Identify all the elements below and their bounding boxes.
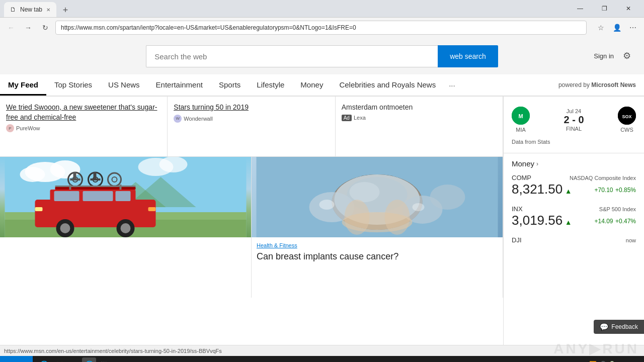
taskbar-icon-security[interactable]: 🛡 [97, 357, 111, 362]
bookmark-icon[interactable]: ☆ [594, 21, 608, 35]
taskbar-icon-ie[interactable]: 🌐 [37, 357, 51, 362]
bottom-cards-row: Health & Fitness Can breast implants cau… [0, 157, 503, 298]
money-header[interactable]: Money › [512, 159, 636, 168]
feed-content: We tried Swooon, a new sweetener that's … [0, 97, 503, 345]
data-source: Data from Stats [512, 137, 636, 147]
tab-usnews[interactable]: US News [100, 75, 148, 96]
top-card-title-2[interactable]: Amsterdam ontmoeten [342, 103, 497, 113]
inx-price: 3,019.56 [512, 213, 562, 228]
svg-rect-25 [73, 172, 76, 180]
stock-inx-price-row: 3,019.56 ▲ +14.09 +0.47% [512, 213, 636, 228]
top-card-title-0[interactable]: We tried Swooon, a new sweetener that's … [6, 103, 161, 122]
dji-status: now [626, 237, 636, 243]
tab-myfeed[interactable]: My Feed [0, 75, 46, 96]
settings-button[interactable]: ⚙ [620, 49, 634, 63]
sign-in-button[interactable]: Sign in [594, 52, 614, 60]
tab-money[interactable]: Money [292, 75, 331, 96]
top-card-2: Amsterdam ontmoeten Ad Lexa [336, 97, 503, 156]
tab-entertainment[interactable]: Entertainment [148, 75, 211, 96]
header-actions: Sign in ⚙ [594, 49, 634, 63]
taskbar-icon-explorer[interactable]: 📁 [52, 357, 66, 362]
nav-tabs: My Feed Top Stories US News Entertainmen… [0, 74, 644, 97]
new-tab-button[interactable]: + [58, 3, 72, 17]
inx-change-group: +14.09 +0.47% [594, 216, 636, 225]
forward-button[interactable]: → [21, 21, 35, 35]
tab-top[interactable]: Top Stories [46, 75, 100, 96]
tab-label: New tab [20, 6, 42, 13]
status-url: https://www.msn.com/en-us/entertainment/… [4, 348, 640, 354]
sports-widget: M MIA Jul 24 2 - 0 FINAL [504, 97, 644, 153]
implant-category[interactable]: Health & Fitness [257, 242, 498, 248]
close-button[interactable]: ✕ [617, 0, 640, 17]
svg-point-16 [60, 223, 70, 233]
svg-rect-32 [55, 186, 136, 187]
inx-price-group: 3,019.56 ▲ [512, 213, 572, 228]
top-card-source-1: W Wonderwall [174, 115, 329, 123]
feedback-button[interactable]: 💬 Feedback [594, 320, 644, 334]
stock-inx[interactable]: INX S&P 500 Index 3,019.56 ▲ +14.09 +0.4… [512, 205, 636, 228]
money-label: Money [512, 159, 534, 168]
tab-celebrities[interactable]: Celebrities and Royals News [331, 75, 444, 96]
browser-menu-icon[interactable]: ⋯ [626, 21, 640, 35]
minimize-button[interactable]: — [569, 0, 592, 17]
url-text: https://www.msn.com/spartan/ientp?locale… [61, 24, 356, 31]
svg-rect-20 [148, 207, 156, 211]
top-card-title-1[interactable]: Stars turning 50 in 2019 [174, 103, 329, 113]
top-card-0: We tried Swooon, a new sweetener that's … [0, 97, 168, 156]
svg-point-47 [345, 200, 370, 235]
svg-rect-13 [83, 191, 113, 201]
search-bar: web search [146, 45, 498, 67]
svg-rect-14 [116, 191, 131, 201]
taskbar-icon-desktop[interactable]: 🖥 [67, 357, 81, 362]
search-input[interactable] [146, 45, 438, 67]
comp-price: 8,321.50 [512, 182, 562, 197]
stock-comp[interactable]: COMP NASDAQ Composite Index 8,321.50 ▲ +… [512, 174, 636, 197]
score-status: FINAL [564, 126, 584, 132]
profile-icon[interactable]: 👤 [610, 21, 624, 35]
svg-point-45 [430, 185, 465, 210]
sidebar: M MIA Jul 24 2 - 0 FINAL [503, 97, 644, 345]
stock-comp-price-row: 8,321.50 ▲ +70.10 +0.85% [512, 182, 636, 197]
powered-by: powered by Microsoft News [558, 81, 636, 88]
svg-text:M: M [518, 113, 523, 119]
top-card-source-2: Ad Lexa [342, 115, 497, 121]
ad-badge: Ad [342, 115, 352, 121]
svg-point-48 [385, 200, 410, 235]
tab-bar: 🗋 New tab ✕ + — ❐ ✕ [0, 0, 644, 17]
implant-card[interactable]: Health & Fitness Can breast implants cau… [252, 157, 503, 298]
svg-point-42 [319, 200, 335, 210]
back-button[interactable]: ← [4, 21, 18, 35]
implant-card-text: Health & Fitness Can breast implants cau… [252, 237, 503, 268]
score-center: Jul 24 2 - 0 FINAL [564, 108, 584, 132]
svg-rect-10 [35, 200, 156, 227]
implant-title[interactable]: Can breast implants cause cancer? [257, 250, 498, 263]
svg-rect-29 [94, 172, 97, 180]
status-bar: https://www.msn.com/en-us/entertainment/… [0, 345, 644, 356]
tab-page-icon: 🗋 [10, 6, 16, 13]
refresh-button[interactable]: ↻ [38, 21, 52, 35]
tab-lifestyle[interactable]: Lifestyle [249, 75, 292, 96]
stock-inx-row: INX S&P 500 Index [512, 205, 636, 213]
search-button[interactable]: web search [438, 45, 498, 67]
car-card[interactable] [0, 157, 252, 298]
svg-rect-19 [35, 207, 43, 211]
cws-name: CWS [620, 127, 633, 133]
browser-chrome: 🗋 New tab ✕ + — ❐ ✕ ← → ↻ https://www.ms… [0, 0, 644, 37]
tab-sports[interactable]: Sports [211, 75, 249, 96]
svg-text:SOX: SOX [622, 114, 631, 119]
restore-button[interactable]: ❐ [593, 0, 616, 17]
taskbar-icon-browser[interactable]: 🌐 [82, 357, 96, 362]
top-card-1: Stars turning 50 in 2019 W Wonderwall [168, 97, 335, 156]
dji-row[interactable]: DJI now [512, 236, 636, 244]
svg-point-44 [413, 203, 425, 211]
inx-up-arrow: ▲ [565, 218, 572, 226]
close-tab-button[interactable]: ✕ [46, 7, 50, 13]
active-tab[interactable]: 🗋 New tab ✕ [4, 2, 56, 17]
feedback-label: Feedback [611, 323, 638, 330]
start-button[interactable]: ⊞ Start [0, 356, 33, 362]
score-date: Jul 24 [564, 108, 584, 114]
nav-more-button[interactable]: ··· [444, 76, 460, 95]
url-bar[interactable]: https://www.msn.com/spartan/ientp?locale… [55, 21, 587, 35]
team-cws: SOX CWS [618, 107, 636, 133]
top-card-link-1[interactable]: Stars turning 50 in 2019 [174, 103, 249, 111]
